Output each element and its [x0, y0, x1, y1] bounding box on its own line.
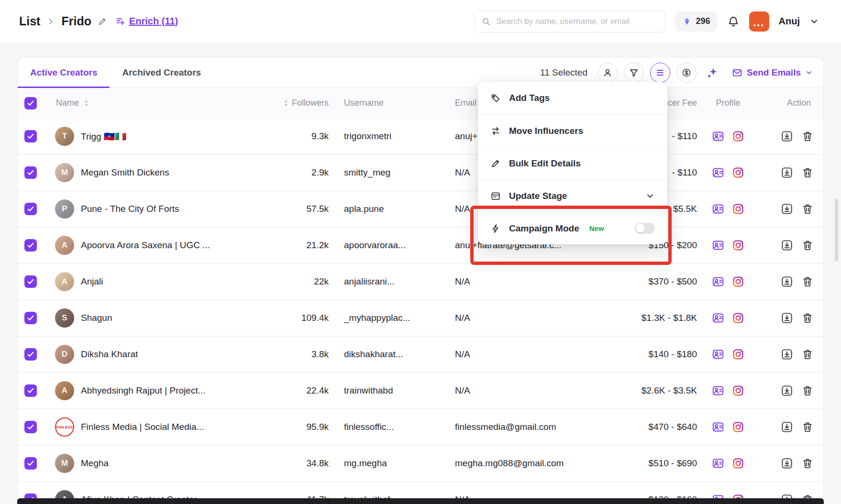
trash-icon[interactable] [801, 457, 814, 470]
download-icon[interactable] [781, 203, 793, 215]
row-checkbox[interactable] [24, 312, 37, 324]
download-icon[interactable] [781, 348, 793, 361]
download-icon[interactable] [781, 239, 793, 252]
campaign-mode-toggle[interactable] [635, 223, 655, 234]
user-filter-button[interactable] [598, 63, 618, 83]
download-icon[interactable] [781, 384, 793, 397]
row-checkbox[interactable] [24, 421, 37, 433]
download-icon[interactable] [781, 312, 793, 324]
followers-count: 3.8k [252, 349, 329, 360]
profile-card-icon[interactable] [712, 130, 724, 142]
trash-icon[interactable] [801, 275, 814, 288]
trash-icon[interactable] [801, 166, 814, 179]
table-row[interactable]: A Anjali 22k anjaliisrani... N/A $370 - … [18, 264, 823, 300]
profile-card-icon[interactable] [712, 457, 724, 470]
search-bar[interactable] [474, 11, 665, 33]
money-button[interactable] [676, 63, 697, 83]
creator-avatar: FINLESS [55, 417, 74, 437]
row-checkbox[interactable] [24, 384, 37, 397]
profile-card-icon[interactable] [712, 348, 724, 361]
trash-icon[interactable] [801, 130, 814, 142]
download-icon[interactable] [781, 421, 793, 433]
email: N/A [443, 313, 601, 323]
download-icon[interactable] [781, 457, 793, 470]
sort-icon[interactable] [283, 99, 289, 107]
user-avatar[interactable] [749, 11, 769, 32]
tab-archived-creators[interactable]: Archived Creators [110, 58, 213, 88]
filter-button[interactable] [624, 63, 644, 83]
trash-icon[interactable] [801, 203, 814, 215]
pencil-icon [490, 158, 501, 169]
menu-item-update-stage[interactable]: Update Stage [478, 179, 667, 212]
menu-item-bulk-edit-details[interactable]: Bulk Edit Details [478, 147, 667, 179]
trash-icon[interactable] [801, 421, 814, 433]
trash-icon[interactable] [801, 312, 814, 324]
send-emails-button[interactable]: Send Emails [732, 67, 813, 78]
instagram-icon[interactable] [732, 166, 744, 179]
instagram-icon[interactable] [732, 275, 744, 288]
profile-card-icon[interactable] [712, 239, 724, 252]
edit-list-name-icon[interactable] [98, 17, 107, 26]
followers-count: 95.9k [252, 422, 329, 432]
trash-icon[interactable] [801, 384, 814, 397]
instagram-icon[interactable] [732, 421, 744, 433]
row-checkbox[interactable] [24, 239, 37, 252]
column-header-followers[interactable]: Followers [292, 98, 329, 108]
creator-avatar: D [55, 345, 74, 364]
user-menu-chevron-icon[interactable] [809, 17, 819, 26]
download-icon[interactable] [781, 130, 793, 142]
row-checkbox[interactable] [24, 348, 37, 361]
instagram-icon[interactable] [732, 312, 744, 324]
trash-icon[interactable] [801, 348, 814, 361]
table-row[interactable]: FINLESS Finless Media | Social Media... … [18, 409, 823, 446]
breadcrumb-root[interactable]: List [19, 14, 40, 28]
instagram-icon[interactable] [732, 239, 744, 252]
select-all-checkbox[interactable] [24, 97, 37, 110]
menu-item-add-tags[interactable]: Add Tags [478, 82, 667, 114]
table-row[interactable]: T Trigg 🇭🇹🇮🇹 9.3k trigonxmetri anuj+... … [18, 119, 823, 155]
row-checkbox[interactable] [24, 457, 37, 470]
profile-card-icon[interactable] [712, 166, 724, 179]
download-icon[interactable] [781, 166, 793, 179]
bell-icon[interactable] [727, 15, 740, 28]
tab-active-creators[interactable]: Active Creators [18, 58, 110, 88]
instagram-icon[interactable] [732, 457, 744, 470]
table-row[interactable]: D Diksha Kharat 3.8k dikshakharat... N/A… [18, 337, 823, 373]
row-checkbox[interactable] [24, 275, 37, 288]
scrollbar-thumb[interactable] [835, 199, 838, 261]
fee-range: $1.3K - $1.8K [601, 313, 697, 323]
instagram-icon[interactable] [732, 384, 744, 397]
table-row[interactable]: A Apoorva Arora Saxena | UGC ... 21.2k a… [18, 228, 823, 264]
row-checkbox[interactable] [24, 130, 37, 142]
table-row[interactable]: S Shagun 109.4k _myhappyplac... N/A $1.3… [18, 300, 823, 337]
bulk-actions-button[interactable] [650, 63, 670, 83]
profile-card-icon[interactable] [712, 203, 724, 215]
profile-card-icon[interactable] [712, 421, 724, 433]
table-row[interactable]: M Megan Smith Dickens 2.9k smitty_meg N/… [18, 155, 823, 191]
profile-card-icon[interactable] [712, 275, 724, 288]
trash-icon[interactable] [801, 239, 814, 252]
profile-card-icon[interactable] [712, 312, 724, 324]
table-row[interactable]: M Megha 34.8k mg.megha megha.mg088@gmail… [18, 446, 823, 482]
sparkles-icon[interactable] [703, 66, 722, 79]
instagram-icon[interactable] [732, 203, 744, 215]
menu-item-move-influencers[interactable]: Move Influencers [478, 114, 667, 147]
download-icon[interactable] [781, 275, 793, 288]
sort-icon[interactable] [83, 99, 89, 107]
instagram-icon[interactable] [732, 348, 744, 361]
enrich-link[interactable]: Enrich (11) [115, 16, 178, 27]
instagram-icon[interactable] [732, 130, 744, 142]
fee-range: $2.6K - $3.5K [601, 385, 697, 396]
profile-card-icon[interactable] [712, 384, 724, 397]
row-checkbox[interactable] [24, 166, 37, 179]
search-input[interactable] [496, 16, 658, 27]
row-checkbox[interactable] [24, 203, 37, 215]
creator-avatar: A [55, 272, 74, 291]
credits-badge[interactable]: 296 [675, 11, 718, 32]
menu-item-campaign-mode[interactable]: Campaign Mode New [478, 212, 667, 244]
column-header-name[interactable]: Name [56, 98, 79, 108]
table-row[interactable]: P Pune - The City Of Forts 57.5k apla.pu… [18, 191, 823, 228]
table-row[interactable]: A Abhyedsingh Rajput | Project... 22.4k … [18, 373, 823, 409]
bolt-icon [490, 223, 501, 234]
fee-range: $140 - $180 [601, 349, 697, 360]
